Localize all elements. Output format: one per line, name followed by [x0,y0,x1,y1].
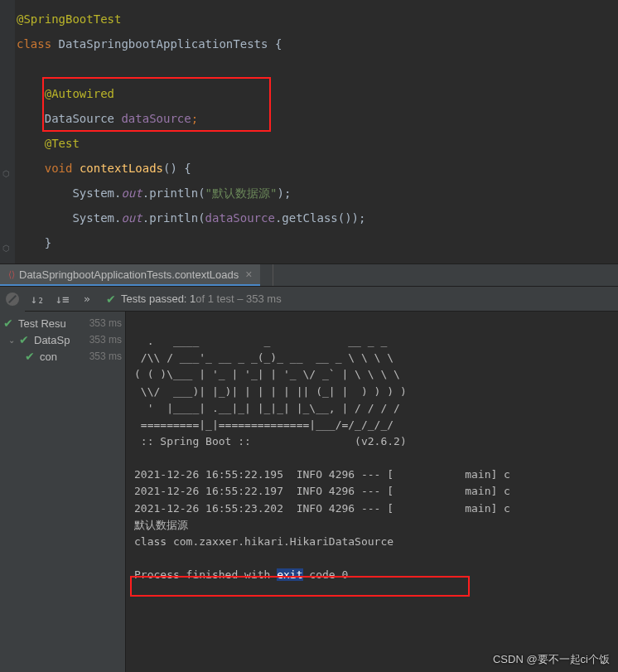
ascii-art-5: ' |____| .__|_| |_|_| |_\__, | / / / / [134,402,400,414]
check-icon: ✔ [106,292,116,306]
ascii-art-3: ( ( )\___ | '_ | '_| | '_ \/ _` | \ \ \ … [134,368,400,380]
check-icon: ✔ [25,350,35,363]
ascii-art-6: =========|_|==============|___/=/_/_/_/ [134,418,393,431]
class-name: DataSpringbootApplicationTests [59,37,275,51]
test-results-tree[interactable]: ✔ Test Resu 353 ms ⌄ ✔ DataSp 353 ms ✔ c… [0,312,126,672]
tree-root[interactable]: ✔ Test Resu 353 ms [0,315,125,331]
tree-leaf-time: 353 ms [89,351,122,362]
watermark: CSDN @要不一起ci个饭 [493,652,610,667]
tab-label: DataSpringbootApplicationTests.contextLo… [19,268,239,281]
system-call-2a: System. [17,211,121,225]
tree-node-time: 353 ms [89,334,122,346]
tree-root-label: Test Resu [18,317,66,330]
log-line-1: 2021-12-26 16:55:22.195 INFO 4296 --- [ … [134,468,510,481]
annotation-autowired: @Autowired [45,87,114,100]
test-status: ✔ Tests passed: 1 of 1 test – 353 ms [106,292,282,306]
close-icon[interactable]: × [245,268,252,281]
method-contextloads: contextLoads [80,162,163,175]
ascii-art-1: . ____ _ __ _ _ [134,335,387,347]
out-2: out [121,211,142,225]
spring-boot-version: :: Spring Boot :: (v2.6.2) [134,435,407,447]
semicolon: ; [191,112,198,125]
brace-close: } [17,236,51,249]
keyword-class: class [17,37,59,51]
check-icon: ✔ [19,333,29,346]
check-icon: ✔ [3,317,13,330]
fold-icon: ⬡ [2,236,10,261]
no-entry-icon [6,292,19,306]
test-tab-icon: ⟨⟩ [8,269,15,280]
override-icon: ⬡ [2,162,10,186]
console-output[interactable]: . ____ _ __ _ _ /\\ / ___'_ __ _ _(_)_ _… [126,312,618,672]
tree-node-label: DataSp [34,334,70,346]
tests-passed-total: of 1 test – 353 ms [196,292,281,305]
out-1: out [121,186,142,200]
chevron-right-icon: » [84,292,90,305]
run-tab-bar: ⟨⟩ DataSpringbootApplicationTests.contex… [0,263,618,287]
sort-az-button[interactable]: ↓₂ [25,287,50,312]
ascii-art-4: \\/ ___)| |_)| | | | | || (_| | ) ) ) ) [134,385,407,398]
type-datasource: DataSource [45,112,122,125]
test-toolbar: ↓₂ ↓≡ » ✔ Tests passed: 1 of 1 test – 35… [0,287,618,312]
exit-post: code 0 [303,568,349,581]
tests-passed-count: Tests passed: 1 [121,292,196,305]
tree-leaf-label: con [40,351,57,363]
sort-time-button[interactable]: ↓≡ [50,287,75,312]
log-line-3: 2021-12-26 16:55:23.202 INFO 4296 --- [ … [134,502,510,515]
end-1: ); [277,186,291,200]
annotation-test: @Test [45,137,80,150]
stop-button[interactable] [0,287,25,312]
active-run-tab[interactable]: ⟨⟩ DataSpringbootApplicationTests.contex… [0,264,260,286]
ascii-art-2: /\\ / ___'_ __ _ _(_)_ __ __ _ \ \ \ \ [134,351,393,364]
getclass: .getClass()); [275,211,366,225]
exit-highlighted: exit [277,568,302,581]
datasource-ref: dataSource [205,211,275,225]
string-literal: "默认数据源" [205,186,278,200]
tree-root-time: 353 ms [89,317,122,329]
system-call-1a: System. [17,186,121,200]
keyword-void: void [45,162,80,175]
println-2: .println( [142,211,205,225]
tree-node-method[interactable]: ✔ con 353 ms [0,348,125,365]
gutter: ⬡ ⬡ [0,0,15,263]
tree-node-class[interactable]: ⌄ ✔ DataSp 353 ms [0,331,125,348]
divider [273,264,273,286]
chevron-down-icon[interactable]: ⌄ [8,336,17,345]
println-1: .println( [142,186,205,200]
log-line-2: 2021-12-26 16:55:22.197 INFO 4296 --- [ … [134,485,510,497]
brace-open: { [275,37,282,51]
field-datasource: dataSource [121,112,191,125]
output-line-1: 默认数据源 [134,519,188,531]
parens: () { [163,162,191,175]
code-editor[interactable]: ⬡ ⬡ @SpringBootTest class DataSpringboot… [0,0,618,263]
exit-pre: Process finished with [134,568,277,581]
output-line-2: class com.zaxxer.hikari.HikariDataSource [134,535,393,548]
bottom-panel: ✔ Test Resu 353 ms ⌄ ✔ DataSp 353 ms ✔ c… [0,312,618,672]
annotation-springboottest: @SpringBootTest [17,12,121,26]
expand-button[interactable]: » [75,287,99,312]
